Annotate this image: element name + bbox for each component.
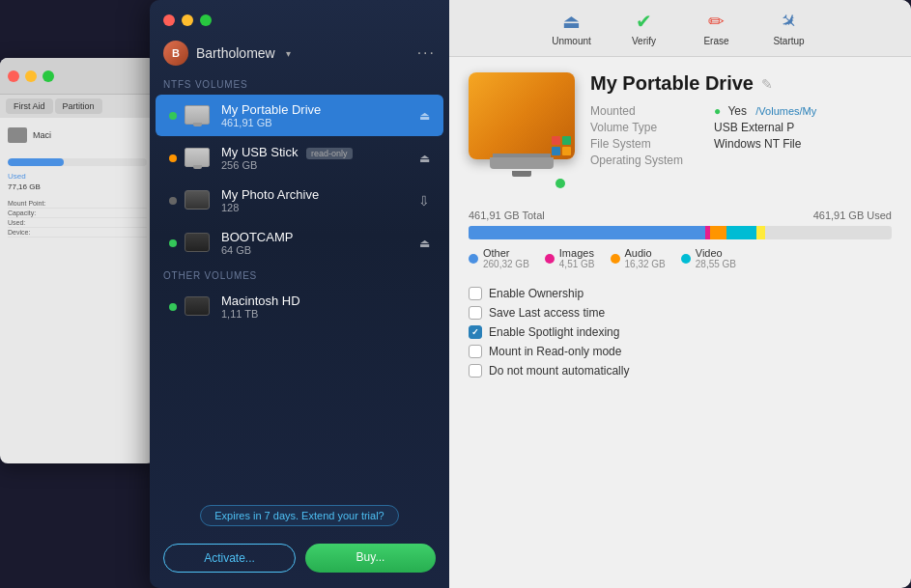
- option-label-no-automount: Do not mount automatically: [489, 364, 629, 378]
- bg-tab-first-aid[interactable]: First Aid: [6, 98, 53, 114]
- startup-icon: ✈: [775, 8, 803, 36]
- trial-text: Expires in 7 days. Extend your trial?: [200, 505, 398, 526]
- option-row-spotlight: Enable Spotlight indexing: [469, 325, 892, 339]
- legend-text-images: Images 4,51 GB: [559, 247, 595, 269]
- volume-size-portable: 461,91 GB: [221, 117, 413, 128]
- verify-button[interactable]: ✔ Verify: [617, 10, 670, 46]
- mounted-path[interactable]: /Volumes/My: [755, 105, 816, 117]
- content-panel: ⏏ Unmount ✔ Verify ✏ Erase ✈ Startup: [449, 0, 911, 588]
- option-label-readonly: Mount in Read-only mode: [489, 345, 621, 358]
- legend-dot-images: [545, 254, 555, 264]
- eject-icon-portable[interactable]: ⏏: [419, 109, 430, 123]
- checkbox-no-automount[interactable]: [469, 364, 482, 378]
- legend-dot-video: [681, 254, 691, 264]
- storage-section: 461,91 GB Total 461,91 GB Used Other 260…: [449, 204, 911, 279]
- volume-info-usb: My USB Stick read-only 256 GB: [221, 145, 413, 171]
- volume-name-portable: My Portable Drive: [221, 102, 413, 117]
- eject-icon-usb[interactable]: ⏏: [419, 152, 430, 165]
- volume-item-my-portable-drive[interactable]: My Portable Drive 461,91 GB ⏏: [156, 95, 443, 136]
- buy-button[interactable]: Buy...: [305, 544, 436, 573]
- bg-tl-red[interactable]: [8, 70, 19, 82]
- bg-window: First Aid Partition Maci Used 77,16 GB M…: [0, 58, 155, 463]
- options-section: Enable Ownership Save Last access time E…: [449, 279, 911, 391]
- drive-connector: [512, 171, 531, 177]
- panel-titlebar: [150, 0, 449, 41]
- bg-disk-icon: [8, 127, 27, 143]
- windows-badge-on-drive: [552, 136, 571, 155]
- volume-size-usb: 256 GB: [221, 159, 413, 171]
- bg-tab-partition[interactable]: Partition: [55, 98, 102, 114]
- mounted-value: ● Yes /Volumes/My: [714, 104, 892, 118]
- legend-other: Other 260,32 GB: [469, 247, 529, 269]
- bg-info-row-mount: Mount Point:: [8, 199, 147, 209]
- volume-item-photo-archive[interactable]: My Photo Archive 128 ⇩: [156, 180, 443, 221]
- more-menu-icon[interactable]: ···: [417, 44, 436, 62]
- legend-audio: Audio 16,32 GB: [611, 247, 666, 269]
- startup-button[interactable]: ✈ Startup: [762, 10, 815, 46]
- volume-name-archive: My Photo Archive: [221, 187, 413, 202]
- checkbox-ownership[interactable]: [469, 287, 482, 300]
- os-value: [714, 154, 892, 167]
- readonly-badge: read-only: [306, 148, 353, 159]
- other-section-label: Other Volumes: [150, 265, 449, 285]
- erase-label: Erase: [703, 36, 728, 46]
- user-initials: B: [172, 47, 180, 59]
- status-dot-orange: [169, 154, 177, 162]
- panel-user[interactable]: B Bartholomew ▾: [163, 41, 291, 66]
- edit-icon[interactable]: ✎: [761, 76, 773, 92]
- unmount-button[interactable]: ⏏ Unmount: [545, 10, 598, 46]
- file-system-label: File System: [590, 137, 706, 151]
- verify-icon: ✔: [636, 10, 652, 33]
- volume-info-mac: Macintosh HD 1,11 TB: [221, 294, 430, 320]
- bg-info-rows: Mount Point: Capacity: Used: Device:: [0, 195, 155, 241]
- bg-tl-green[interactable]: [43, 70, 54, 82]
- drive-status-dot: [555, 179, 565, 188]
- storage-seg-other2: [756, 226, 765, 239]
- volume-info-archive: My Photo Archive 128: [221, 187, 413, 213]
- verify-label: Verify: [632, 36, 656, 46]
- bg-tl-yellow[interactable]: [25, 70, 37, 82]
- eject-icon-bootcamp[interactable]: ⏏: [419, 237, 430, 250]
- drive-icon-bootcamp: [185, 233, 212, 254]
- volume-size-archive: 128: [221, 202, 413, 213]
- checkbox-readonly[interactable]: [469, 345, 482, 358]
- ptl-yellow[interactable]: [182, 14, 193, 26]
- volume-type-value: USB External P: [714, 121, 892, 134]
- legend-text-audio: Audio 16,32 GB: [625, 247, 666, 269]
- mounted-yes: Yes: [727, 104, 747, 118]
- storage-used-label: 461,91 GB Used: [813, 210, 892, 221]
- legend-text-video: Video 28,55 GB: [696, 247, 736, 269]
- drive-image: [469, 72, 575, 159]
- eject-icon-archive[interactable]: ⇩: [418, 193, 430, 209]
- storage-bar: [469, 226, 892, 239]
- bg-sidebar-item: Maci: [0, 124, 155, 147]
- drive-icon-portable: [185, 105, 212, 126]
- drive-title: My Portable Drive: [590, 72, 754, 95]
- activate-button[interactable]: Activate...: [163, 544, 296, 573]
- drive-icon-mac: [185, 296, 212, 318]
- option-label-last-access: Save Last access time: [489, 306, 605, 320]
- bg-info-row-capacity: Capacity:: [8, 209, 147, 218]
- ptl-green[interactable]: [200, 14, 212, 26]
- option-row-readonly: Mount in Read-only mode: [469, 345, 892, 358]
- bg-storage-fill: [8, 158, 64, 166]
- option-row-ownership: Enable Ownership: [469, 287, 892, 300]
- file-system-value: Windows NT File: [714, 137, 892, 151]
- trial-buttons: Activate... Buy...: [150, 536, 449, 580]
- legend-video: Video 28,55 GB: [681, 247, 736, 269]
- meta-table: Mounted ● Yes /Volumes/My Volume Type US…: [590, 104, 892, 167]
- user-avatar: B: [163, 41, 188, 66]
- ptl-red[interactable]: [163, 14, 175, 26]
- erase-button[interactable]: ✏ Erase: [690, 10, 743, 46]
- volume-item-macintosh-hd[interactable]: Macintosh HD 1,11 TB: [156, 286, 443, 327]
- drive-title-row: My Portable Drive ✎: [590, 72, 892, 95]
- volume-item-usb-stick[interactable]: My USB Stick read-only 256 GB ⏏: [156, 137, 443, 179]
- checkbox-last-access[interactable]: [469, 306, 482, 320]
- checkbox-spotlight[interactable]: [469, 325, 482, 339]
- bg-drive-name: Maci: [33, 130, 51, 140]
- bg-used-label: Used: [8, 172, 147, 181]
- volume-item-bootcamp[interactable]: BOOTCAMP 64 GB ⏏: [156, 222, 443, 264]
- bg-info-row-used: Used:: [8, 218, 147, 228]
- win-cell-green: [562, 136, 571, 145]
- drive-meta: My Portable Drive ✎ Mounted ● Yes /Volum…: [590, 72, 892, 188]
